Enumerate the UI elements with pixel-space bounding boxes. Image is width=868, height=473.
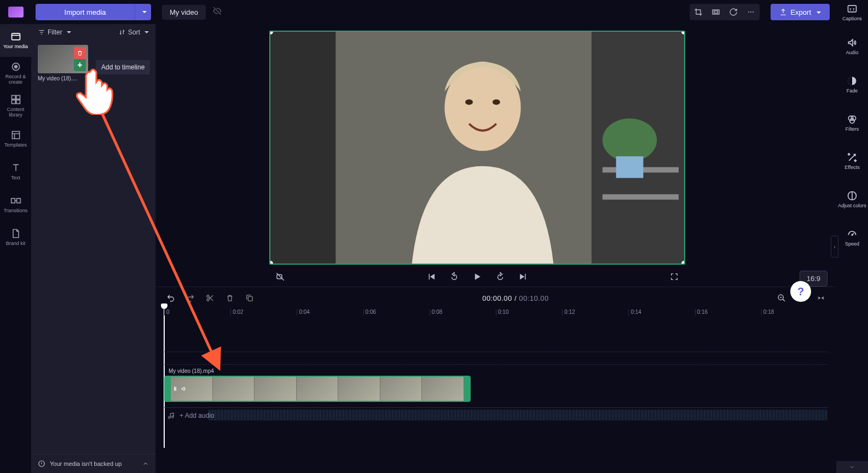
timeline-toolbar: 00:00.00 / 00:10.00 (155, 287, 836, 309)
captions-cell: Captions (836, 0, 868, 24)
nav-record-create[interactable]: Record & create (0, 57, 31, 90)
nav-brand-kit[interactable]: Brand kit (0, 221, 31, 254)
ruler-tick: 0:18 (761, 309, 774, 316)
fit-button[interactable] (707, 4, 725, 20)
add-to-timeline-button[interactable]: + (74, 59, 86, 71)
nav-your-media[interactable]: Your media (0, 24, 31, 57)
nav-label: Transitions (4, 208, 28, 214)
clip-icons (172, 386, 187, 392)
nav-label: Templates (4, 143, 27, 148)
clip-trim-left[interactable]: || (165, 377, 171, 401)
prop-audio[interactable]: Audio (846, 37, 858, 65)
nav-transitions[interactable]: Transitions (0, 188, 31, 221)
ruler-tick: 0:08 (430, 309, 442, 316)
svg-rect-12 (16, 100, 20, 104)
prop-fade[interactable]: Fade (847, 75, 858, 103)
timecode-total: 00:10.00 (519, 294, 549, 302)
duplicate-button[interactable] (243, 291, 256, 305)
svg-point-38 (852, 235, 853, 236)
sort-button[interactable]: Sort (118, 28, 149, 36)
next-frame-button[interactable] (517, 270, 530, 283)
nav-sidebar: Your media Record & create Content libra… (0, 24, 31, 473)
preview-frame (270, 32, 684, 264)
help-button[interactable]: ? (790, 281, 811, 302)
fit-timeline-button[interactable] (814, 291, 828, 305)
ruler-tick: 0:04 (297, 309, 309, 316)
svg-point-26 (493, 100, 500, 105)
backup-warning[interactable]: Your media isn't backed up (31, 454, 155, 473)
ruler-tick: 0:12 (562, 309, 575, 316)
delete-clip-button[interactable] (223, 291, 236, 305)
add-audio-row[interactable]: + Add audio (164, 407, 828, 423)
filter-button[interactable]: Filter (38, 28, 71, 36)
editor-center: 16:9 ? 00:00.00 / 00:10.00 0 0:02 0:04 0… (155, 24, 836, 473)
prop-label: Effects (844, 165, 859, 170)
visibility-icon[interactable] (212, 6, 222, 18)
detach-audio-button[interactable] (274, 270, 287, 283)
ruler-tick: 0:10 (496, 309, 508, 316)
split-button[interactable] (204, 291, 217, 305)
nav-templates[interactable]: Templates (0, 122, 31, 155)
forward-button[interactable] (494, 270, 507, 283)
preview-canvas[interactable] (269, 31, 685, 265)
svg-rect-14 (11, 198, 15, 203)
media-thumbnail[interactable]: + (38, 45, 88, 73)
export-label: Export (790, 8, 811, 16)
nav-label: Your media (3, 44, 28, 50)
rotate-button[interactable] (725, 4, 742, 20)
timeline-ruler[interactable]: 0 0:02 0:04 0:06 0:08 0:10 0:12 0:14 0:1… (164, 309, 828, 322)
delete-media-button[interactable] (74, 47, 86, 59)
play-button[interactable] (471, 270, 484, 283)
more-tools-button[interactable] (742, 4, 760, 20)
prop-speed[interactable]: Speed (845, 229, 859, 256)
prev-frame-button[interactable] (425, 270, 438, 283)
prop-filters[interactable]: Filters (846, 114, 859, 141)
undo-button[interactable] (164, 291, 177, 305)
timecode-current: 00:00.00 (482, 294, 512, 302)
timeline-tracks[interactable]: My video (18).mp4 || || + Add audio (164, 322, 828, 365)
svg-rect-5 (848, 5, 857, 12)
zoom-out-button[interactable] (775, 291, 788, 305)
prop-effects[interactable]: Effects (844, 152, 859, 179)
prop-adjust-colors[interactable]: Adjust colors (838, 190, 866, 218)
tooltip-add-to-timeline: Add to timeline (96, 60, 150, 74)
properties-footer-toggle[interactable] (836, 461, 868, 473)
svg-point-2 (748, 11, 749, 13)
collapse-properties-panel[interactable]: › (831, 236, 838, 258)
svg-point-4 (753, 11, 754, 13)
empty-track[interactable] (164, 352, 828, 365)
svg-point-36 (850, 119, 854, 123)
app-logo[interactable] (8, 7, 24, 17)
media-item-name: My video (18).... (38, 75, 149, 81)
fullscreen-button[interactable] (668, 270, 681, 283)
rewind-button[interactable] (448, 270, 461, 283)
nav-label: Record & create (0, 74, 31, 85)
nav-content-library[interactable]: Content library (0, 90, 31, 122)
import-media-button[interactable]: Import media (36, 4, 135, 20)
captions-button[interactable]: Captions (842, 3, 862, 21)
add-audio-label: + Add audio (180, 412, 215, 419)
project-title[interactable]: My video (162, 5, 206, 20)
clip-trim-right[interactable]: || (464, 377, 470, 401)
prop-label: Adjust colors (838, 203, 866, 208)
captions-label: Captions (842, 16, 862, 21)
ruler-tick: 0:02 (230, 309, 243, 316)
video-clip[interactable]: || || (164, 376, 471, 402)
resize-handle-tr[interactable] (681, 31, 685, 34)
svg-rect-23 (616, 156, 644, 178)
clip-name-label: My video (18).mp4 (169, 368, 214, 374)
svg-rect-30 (248, 296, 252, 301)
resize-handle-br[interactable] (681, 261, 685, 265)
ruler-tick: 0:06 (363, 309, 376, 316)
nav-text[interactable]: Text (0, 155, 31, 188)
media-panel: Filter Sort + My video (18).... Your med… (31, 24, 155, 473)
svg-rect-0 (713, 10, 719, 14)
svg-rect-10 (16, 96, 20, 100)
canvas-tool-group (690, 4, 760, 20)
crop-button[interactable] (690, 4, 707, 20)
properties-sidebar: Audio Fade Filters Effects Adjust colors… (836, 24, 868, 473)
import-media-dropdown[interactable] (135, 4, 151, 20)
export-button[interactable]: Export (771, 4, 830, 20)
svg-rect-11 (11, 100, 15, 104)
redo-button[interactable] (184, 291, 197, 305)
